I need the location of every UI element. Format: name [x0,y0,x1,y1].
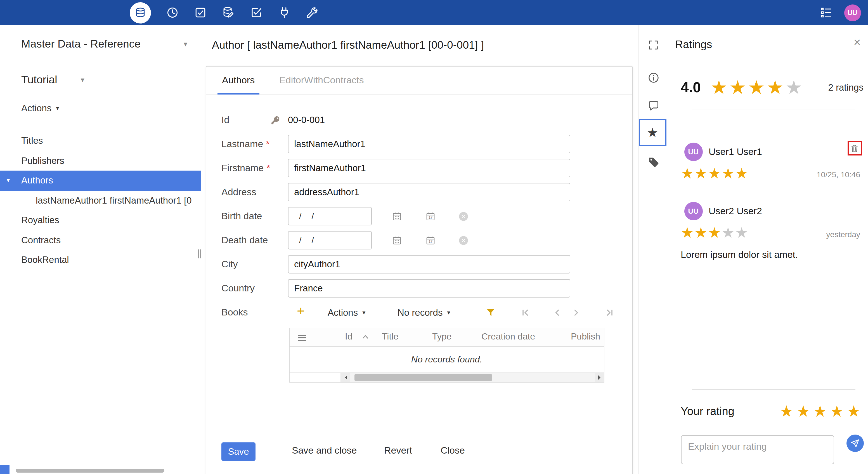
user-avatar[interactable]: UU [844,4,861,21]
scrollbar-track[interactable] [350,373,595,382]
editor-tabs: Authors EditorWithContracts [206,66,632,94]
expand-panel-icon[interactable] [648,40,658,50]
clear-date-icon[interactable]: × [459,236,468,245]
city-label: City [221,259,288,270]
scroll-right-button[interactable] [595,373,604,382]
sidebar-item-publishers[interactable]: Publishers [0,151,201,171]
svg-text:17: 17 [429,239,432,243]
required-asterisk: * [267,162,270,173]
column-header-publish[interactable]: Publish [571,332,600,342]
clock-icon[interactable] [165,6,179,19]
database-edit-icon[interactable] [221,6,235,19]
city-field[interactable] [288,255,570,273]
actions-menu[interactable]: Actions ▾ [21,103,59,114]
column-header-type[interactable]: Type [432,332,452,342]
column-settings-icon[interactable] [296,332,308,344]
log-icon[interactable] [819,6,833,19]
add-book-button[interactable]: + [297,303,305,319]
death-date-field[interactable]: / / [288,231,372,249]
chevron-down-icon: ▾ [184,40,187,48]
check-square-edit-icon[interactable] [249,6,263,19]
editor-buttons: Save Save and close Revert Close [221,442,621,462]
books-actions-label: Actions [328,307,358,318]
calendar-today-icon[interactable]: 17 [426,211,436,221]
lastname-field[interactable] [288,135,570,153]
revert-button[interactable]: Revert [384,445,412,456]
sort-asc-icon[interactable] [362,334,368,339]
books-table-scrollbar [289,373,604,382]
last-page-icon[interactable] [606,308,615,317]
birth-date-field[interactable]: / / [288,207,372,226]
calendar-today-icon[interactable]: 17 [426,235,436,245]
review-timestamp: yesterday [826,230,860,239]
column-header-title[interactable]: Title [382,332,398,342]
ratings-content: 4.0 ★★★★★ 2 ratings UU User1 User1 ★★★★★… [681,25,864,474]
column-header-id[interactable]: Id [345,332,352,342]
database-menu-button[interactable] [130,2,151,23]
plug-icon[interactable] [277,6,291,19]
sidebar-item-contracts[interactable]: Contracts [0,230,201,250]
calendar-picker-icon[interactable] [392,211,402,221]
average-rating-stars: ★★★★★ [710,78,804,97]
sidebar-item-bookrental[interactable]: BookRental [0,250,201,270]
send-icon [850,439,859,448]
sidebar-horizontal-scrollbar[interactable] [16,468,164,472]
check-square-icon[interactable] [193,6,207,19]
submit-rating-button[interactable] [846,435,864,452]
calendar-picker-icon[interactable] [392,235,402,245]
app-menu-label: Master Data - Reference [21,37,141,50]
sidebar-item-royalties[interactable]: Royalties [0,210,201,230]
filter-icon[interactable] [486,307,495,317]
app-menu-selector[interactable]: Master Data - Reference ▾ [21,37,187,50]
field-row-firstname: Firstname* [221,156,621,180]
save-button[interactable]: Save [221,442,255,461]
database-icon [134,6,147,19]
first-page-icon[interactable] [521,308,529,317]
tab-authors[interactable]: Authors [222,66,255,94]
clear-date-wrap: × [459,212,468,220]
tags-tab-icon[interactable] [647,156,659,168]
sidebar-item-author-record[interactable]: lastNameAuthor1 firstNameAuthor1 [0 [0,190,201,210]
field-row-birth-date: Birth date / / 17 × [221,204,621,228]
ratings-panel: Ratings × ★ 4.0 ★★★★★ 2 ratings UU User1… [638,25,868,474]
close-button[interactable]: Close [440,445,465,456]
firstname-field[interactable] [288,159,570,177]
address-field[interactable] [288,183,570,201]
sidebar-item-titles[interactable]: Titles [0,131,201,151]
scrollbar-thumb[interactable] [354,374,492,381]
review-timestamp: 10/25, 10:46 [816,170,860,179]
books-actions-dropdown[interactable]: Actions ▾ [328,307,365,318]
info-tab-icon[interactable] [647,71,659,84]
ratings-tab-selected[interactable]: ★ [639,119,666,146]
books-paging-dropdown[interactable]: No records ▾ [398,307,450,318]
rating-comment-input[interactable] [681,435,834,464]
author-form: Id 00-0-001 Lastname* Firstname* [221,108,621,324]
sidebar-menu: Titles Publishers ▾ Authors lastNameAuth… [0,131,201,270]
save-and-close-button[interactable]: Save and close [292,445,357,456]
your-rating-stars[interactable]: ★★★★★ [779,404,864,419]
chevron-down-icon: ▾ [7,177,10,184]
delete-rating-button[interactable] [847,141,862,155]
prev-page-icon[interactable] [553,308,561,317]
books-toolbar: Books + Actions ▾ No records ▾ [221,300,621,324]
country-field[interactable] [288,279,570,298]
chevron-down-icon: ▾ [56,105,59,112]
your-rating-label: Your rating [681,405,734,418]
column-header-creation-date[interactable]: Creation date [482,332,535,342]
books-paging-label: No records [398,307,442,318]
tab-editorwithcontracts[interactable]: EditorWithContracts [279,66,364,94]
books-label: Books [221,307,288,318]
ratings-count: 2 ratings [828,82,864,93]
page-title: Author [ lastNameAuthor1 firstNameAuthor… [212,25,484,64]
comments-tab-icon[interactable] [647,99,659,112]
clear-date-icon[interactable]: × [459,212,468,220]
next-page-icon[interactable] [572,308,580,317]
workspace-selector[interactable]: Tutorial ▾ [21,73,85,86]
ratings-summary: 4.0 ★★★★★ 2 ratings [681,77,864,98]
divider [692,110,855,110]
clear-date-wrap: × [459,236,468,245]
wrench-icon[interactable] [305,6,319,19]
avatar: UU [684,143,703,161]
scroll-left-button[interactable] [341,373,350,382]
sidebar-item-authors[interactable]: ▾ Authors [0,171,201,190]
